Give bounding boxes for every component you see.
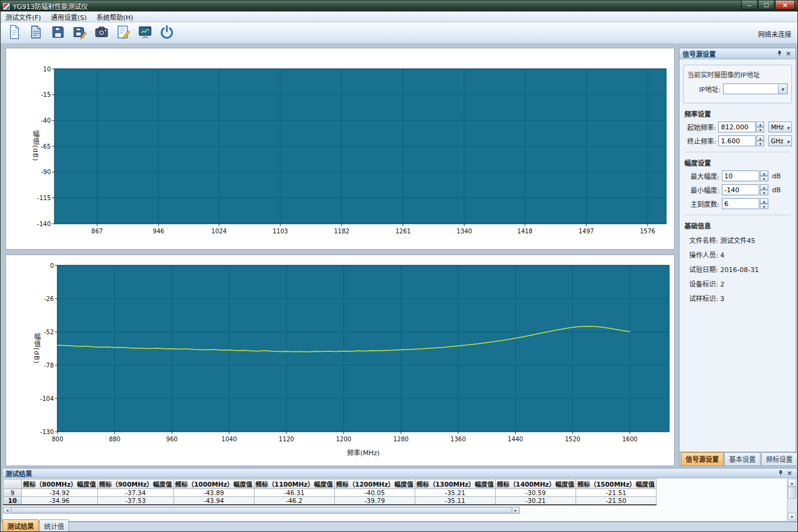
results-dock: 测试结果 频标（800MHz）幅度值 频标（900MHz）幅度值 频标（1000… (2, 468, 797, 522)
max-amplitude-label: 最大幅度: (683, 171, 719, 181)
stop-frequency-label: 终止频率: (683, 136, 716, 146)
menu-system-help[interactable]: 系统帮助(H) (92, 11, 138, 22)
scroll-down-icon[interactable] (788, 513, 796, 521)
edit-note-button[interactable] (113, 24, 133, 42)
start-frequency-input[interactable] (718, 122, 756, 132)
min-amplitude-label: 最小幅度: (683, 185, 719, 195)
bottom-chart-xlabel: 频率(MHz) (57, 447, 669, 457)
scroll-right-icon[interactable] (512, 507, 519, 513)
ip-caption: 当前实时摄图像的IP地址 (687, 70, 788, 79)
screenshot-button[interactable] (91, 24, 111, 42)
close-icon[interactable] (784, 50, 793, 58)
minimize-button[interactable] (741, 1, 757, 10)
results-grid-area: 频标（800MHz）幅度值 频标（900MHz）幅度值 频标（1000MHz）幅… (3, 479, 787, 521)
spin-down-icon[interactable] (760, 204, 768, 209)
spin-up-icon[interactable] (760, 170, 768, 176)
power-button[interactable] (157, 24, 177, 42)
divider (684, 215, 791, 215)
network-status: 网络未连接 (758, 29, 791, 39)
table-row-selected[interactable]: 10 -34.96 -37.53 -43.94 -46.2 -39.79 -35… (4, 497, 657, 505)
row-number: 9 (4, 489, 22, 497)
svg-text:880: 880 (109, 436, 120, 443)
menubar: 测试文件(F) 通用设置(S) 系统帮助(H) (1, 11, 797, 22)
spin-up-icon[interactable] (760, 198, 768, 204)
menu-test-file[interactable]: 测试文件(F) (1, 11, 46, 22)
column-header[interactable]: 频标（1100MHz）幅度值 (254, 479, 334, 489)
save-button[interactable] (48, 24, 68, 42)
ip-address-select[interactable] (723, 83, 788, 94)
scrollbar-thumb[interactable] (788, 487, 796, 499)
cell: -43.89 (174, 489, 254, 497)
tab-test-results[interactable]: 测试结果 (2, 519, 39, 532)
min-amplitude-input[interactable] (722, 184, 759, 195)
pin-icon[interactable] (776, 469, 785, 478)
svg-text:-130: -130 (40, 429, 54, 435)
tab-statistics[interactable]: 统计值 (39, 519, 69, 532)
pin-icon[interactable] (775, 50, 783, 58)
cell: -34.92 (22, 489, 98, 497)
major-ticks-input[interactable] (722, 198, 759, 209)
column-header[interactable]: 频标（1200MHz）幅度值 (334, 479, 415, 489)
column-header[interactable]: 频标（1000MHz）幅度值 (174, 479, 254, 489)
column-header[interactable]: 频标（900MHz）幅度值 (97, 479, 174, 489)
column-header[interactable]: 频标（1400MHz）幅度值 (495, 479, 576, 489)
info-file-name: 文件名称: 测试文件45 (689, 235, 792, 245)
ip-address-value (724, 89, 778, 89)
spin-up-icon[interactable] (756, 135, 764, 141)
row-number-header (4, 479, 22, 489)
svg-text:1418: 1418 (517, 228, 533, 235)
signal-dock-title: 信号源设置 (683, 49, 716, 59)
scrollbar-thumb[interactable] (11, 507, 512, 513)
column-header[interactable]: 频标（1500MHz）幅度值 (576, 479, 656, 489)
min-amplitude-stepper (760, 184, 768, 195)
tab-marker-settings[interactable]: 频标设置 (761, 452, 797, 465)
new-file-button[interactable] (4, 24, 24, 42)
vertical-scrollbar[interactable] (787, 479, 796, 521)
info-operator: 操作人员: 4 (689, 250, 792, 259)
svg-text:0: 0 (50, 262, 54, 269)
start-frequency-stepper (756, 122, 764, 132)
major-ticks-stepper (760, 198, 768, 209)
scroll-left-icon[interactable] (4, 507, 11, 513)
scroll-up-icon[interactable] (788, 479, 796, 487)
display-chart-button[interactable] (135, 24, 155, 42)
maximize-button[interactable] (758, 1, 774, 10)
power-icon (159, 24, 175, 42)
basic-info-section-title: 基础信息 (684, 221, 791, 230)
svg-text:946: 946 (153, 228, 164, 235)
spin-down-icon[interactable] (756, 127, 764, 132)
cell: -40.05 (334, 489, 415, 497)
start-frequency-unit-select[interactable]: MHz (768, 122, 792, 132)
max-amplitude-input[interactable] (722, 170, 759, 181)
cell: -35.11 (415, 497, 495, 505)
tab-signal-source-settings[interactable]: 信号源设置 (681, 452, 724, 465)
column-header[interactable]: 频标（800MHz）幅度值 (22, 479, 98, 489)
chevron-down-icon[interactable] (778, 84, 787, 94)
save-as-button[interactable] (70, 24, 89, 42)
spin-up-icon[interactable] (756, 122, 764, 127)
svg-text:-15: -15 (41, 91, 51, 98)
open-file-icon (28, 24, 44, 42)
stop-frequency-unit-select[interactable]: GHz (768, 135, 792, 146)
svg-text:1600: 1600 (622, 436, 637, 443)
tab-basic-settings[interactable]: 基本设置 (724, 452, 761, 465)
horizontal-scrollbar[interactable] (3, 507, 520, 514)
open-file-button[interactable] (26, 24, 46, 42)
svg-text:1340: 1340 (456, 228, 472, 235)
top-chart-ylabel: 幅值(dB) (30, 69, 40, 224)
spin-up-icon[interactable] (760, 184, 768, 190)
menu-general-settings[interactable]: 通用设置(S) (46, 11, 92, 22)
window-controls (741, 1, 795, 10)
close-icon[interactable] (785, 469, 794, 478)
spin-down-icon[interactable] (760, 176, 768, 181)
close-button[interactable] (775, 1, 795, 10)
spin-down-icon[interactable] (756, 141, 764, 146)
column-header[interactable]: 频标（1300MHz）幅度值 (415, 479, 495, 489)
svg-text:867: 867 (91, 228, 103, 235)
results-table: 频标（800MHz）幅度值 频标（900MHz）幅度值 频标（1000MHz）幅… (3, 479, 657, 505)
table-row[interactable]: 9 -34.92 -37.34 -43.89 -46.31 -40.05 -35… (4, 489, 657, 497)
spin-down-icon[interactable] (760, 190, 768, 195)
toolbar (1, 22, 797, 44)
max-amplitude-stepper (760, 170, 768, 181)
stop-frequency-input[interactable] (718, 135, 756, 146)
